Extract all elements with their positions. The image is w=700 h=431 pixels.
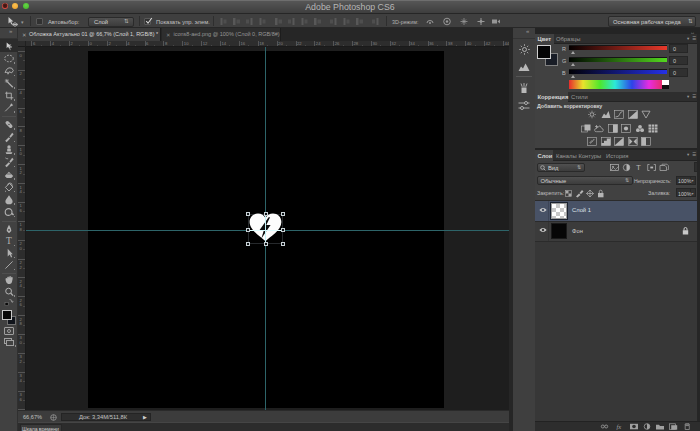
svg-text:T: T	[6, 236, 12, 246]
svg-text:fx: fx	[617, 423, 622, 430]
svg-text:T: T	[636, 163, 641, 172]
